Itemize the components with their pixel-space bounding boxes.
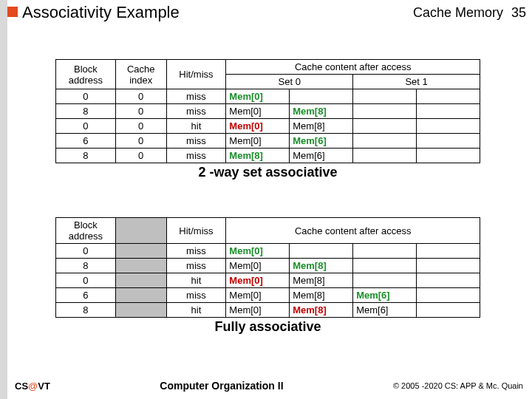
table-cell: miss: [166, 259, 226, 273]
left-sidebar-decor: [0, 0, 7, 399]
footer-at: @: [28, 381, 38, 392]
slide-footer: CS@VT Computer Organization II © 2005 -2…: [15, 380, 523, 392]
table-cell: 0: [115, 104, 166, 119]
footer-right: © 2005 -2020 CS: APP & Mc. Quain: [393, 381, 523, 390]
table-cell: hit: [166, 273, 226, 288]
table-cell: 0: [56, 89, 116, 104]
mem-cell: Mem[0]: [226, 273, 290, 288]
table-cell: miss: [166, 244, 226, 259]
mem-cell: [290, 89, 353, 104]
col-cache-index: Cache index: [115, 60, 166, 89]
table-row: 80missMem[0]Mem[8]: [56, 104, 480, 119]
fully-assoc-table: Block address Hit/miss Cache content aft…: [55, 217, 480, 318]
mem-cell: [417, 288, 480, 303]
table-cell: 0: [56, 119, 116, 134]
mem-cell: [417, 303, 480, 318]
table-cell: 0: [115, 134, 166, 149]
slide-header: Associativity Example Cache Memory 35: [22, 3, 526, 22]
mem-cell: Mem[0]: [226, 104, 290, 119]
col-cache-content: Cache content after access: [226, 60, 480, 75]
mem-cell: Mem[0]: [226, 89, 290, 104]
mem-cell: Mem[0]: [226, 134, 290, 149]
page-title: Associativity Example: [22, 3, 180, 22]
table-row: 6missMem[0]Mem[8]Mem[6]: [56, 288, 480, 303]
mem-cell: [353, 244, 417, 259]
mem-cell: [353, 89, 417, 104]
mem-cell: [417, 244, 480, 259]
mem-cell: Mem[0]: [226, 303, 290, 318]
col-block-address: Block address: [56, 60, 116, 89]
slide-number: 35: [511, 5, 526, 20]
table-cell: miss: [166, 149, 226, 163]
footer-vt: VT: [38, 381, 50, 392]
table-row: 60missMem[0]Mem[6]: [56, 134, 480, 149]
mem-cell: Mem[6]: [290, 149, 353, 163]
mem-cell: [417, 259, 480, 273]
col-block-address: Block address: [56, 218, 116, 244]
table-cell: 0: [56, 273, 116, 288]
mem-cell: Mem[0]: [226, 288, 290, 303]
table-header-row: Block address Cache index Hit/miss Cache…: [56, 60, 480, 75]
table-row: 00missMem[0]: [56, 89, 480, 104]
table-cell: 6: [56, 134, 116, 149]
mem-cell: [417, 89, 480, 104]
mem-cell: [353, 259, 417, 273]
table-cell: 8: [56, 303, 116, 318]
table-cell: miss: [166, 104, 226, 119]
table-row: 0missMem[0]: [56, 244, 480, 259]
table-cell: 8: [56, 104, 116, 119]
blank-cell: [115, 259, 166, 273]
table-cell: hit: [166, 119, 226, 134]
table-cell: hit: [166, 303, 226, 318]
col-cache-content: Cache content after access: [226, 218, 480, 244]
mem-cell: [417, 134, 480, 149]
table-row: 8missMem[0]Mem[8]: [56, 259, 480, 273]
mem-cell: [417, 273, 480, 288]
table2-caption: Fully associative: [55, 319, 480, 335]
table-cell: 0: [115, 119, 166, 134]
col-set1: Set 1: [353, 75, 480, 89]
mem-cell: Mem[8]: [290, 104, 353, 119]
col-hitmiss: Hit/miss: [166, 218, 226, 244]
mem-cell: [353, 149, 417, 163]
table-cell: 0: [115, 89, 166, 104]
section-name: Cache Memory: [413, 5, 503, 20]
table-cell: miss: [166, 134, 226, 149]
table-row: 00hitMem[0]Mem[8]: [56, 119, 480, 134]
mem-cell: Mem[8]: [226, 149, 290, 163]
header-section: Cache Memory 35: [413, 5, 526, 21]
mem-cell: Mem[8]: [290, 119, 353, 134]
col-set0: Set 0: [226, 75, 353, 89]
col-hitmiss: Hit/miss: [166, 60, 226, 89]
table-row: 8hitMem[0]Mem[8]Mem[6]: [56, 303, 480, 318]
mem-cell: Mem[0]: [226, 244, 290, 259]
mem-cell: [353, 134, 417, 149]
mem-cell: Mem[0]: [226, 259, 290, 273]
mem-cell: Mem[8]: [290, 259, 353, 273]
mem-cell: [353, 104, 417, 119]
mem-cell: [417, 104, 480, 119]
footer-center: Computer Organization II: [160, 380, 283, 392]
slide-content: Block address Cache index Hit/miss Cache…: [55, 59, 502, 335]
table-cell: 8: [56, 259, 116, 273]
mem-cell: [290, 244, 353, 259]
mem-cell: Mem[6]: [353, 303, 417, 318]
blank-cell: [115, 273, 166, 288]
table-row: 80missMem[8]Mem[6]: [56, 149, 480, 163]
table-cell: 8: [56, 149, 116, 163]
mem-cell: Mem[6]: [353, 288, 417, 303]
blank-cell: [115, 244, 166, 259]
table-cell: 6: [56, 288, 116, 303]
mem-cell: [353, 119, 417, 134]
mem-cell: [417, 119, 480, 134]
table-cell: 0: [115, 149, 166, 163]
table-cell: 0: [56, 244, 116, 259]
blank-cell: [115, 288, 166, 303]
accent-square-icon: [7, 7, 18, 17]
table-cell: miss: [166, 288, 226, 303]
table-cell: miss: [166, 89, 226, 104]
table-header-row: Block address Hit/miss Cache content aft…: [56, 218, 480, 244]
mem-cell: Mem[8]: [290, 288, 353, 303]
table-row: 0hitMem[0]Mem[8]: [56, 273, 480, 288]
mem-cell: [417, 149, 480, 163]
